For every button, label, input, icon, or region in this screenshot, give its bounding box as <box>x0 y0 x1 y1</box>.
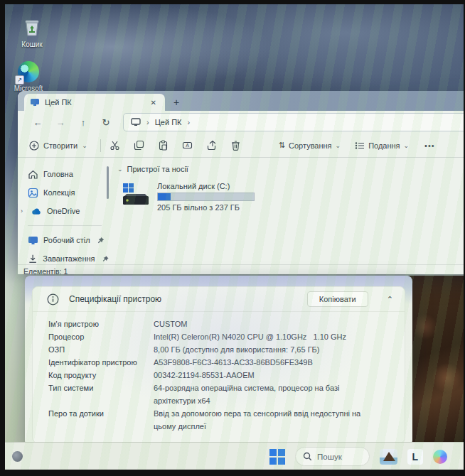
start-button[interactable] <box>269 449 285 465</box>
app-l-icon[interactable]: L <box>407 449 423 465</box>
this-pc-icon <box>30 98 40 107</box>
onedrive-cloud-icon <box>31 206 42 217</box>
delete-button[interactable] <box>230 140 255 151</box>
search-label: Пошук <box>317 453 342 461</box>
spec-label: Тип системи <box>48 382 154 407</box>
copilot-icon[interactable] <box>433 450 447 464</box>
forward-button[interactable]: → <box>49 117 72 128</box>
sort-label: Сортування <box>289 141 332 150</box>
laptop-screen: Кошик ↗ Microsoft Edge Цей ПК ✕ + ← → ↑ … <box>5 4 464 470</box>
svg-text:A: A <box>186 143 189 148</box>
sidebar-item-gallery[interactable]: Колекція <box>18 183 109 202</box>
spec-value: 8,00 ГБ (доступно для використання: 7,65… <box>154 343 368 356</box>
items-count: Елементів: 1 <box>23 267 68 276</box>
new-button-label: Створити <box>43 141 78 150</box>
section-devices-and-drives[interactable]: ⌄ Пристрої та носії <box>117 165 464 173</box>
view-label: Подання <box>368 141 400 150</box>
widgets-weather-icon[interactable] <box>380 449 397 465</box>
drive-item-c[interactable]: Локальний диск (C:) 205 ГБ вільно з 237 … <box>122 182 464 212</box>
spec-row-pen-touch: Перо та дотики Ввід за допомогою пера та… <box>48 407 393 433</box>
spec-label: Ім'я пристрою <box>48 318 154 330</box>
recycle-bin-label: Кошик <box>12 40 52 49</box>
sidebar-item-label: Робочий стіл <box>43 236 90 244</box>
plus-circle-icon <box>29 141 39 151</box>
section-chevron-icon[interactable]: ⌄ <box>117 166 123 173</box>
section-title: Пристрої та носії <box>127 165 188 173</box>
gallery-icon <box>28 188 38 198</box>
spec-row-device-name: Ім'я пристрою CUSTOM <box>48 318 393 330</box>
tab-close-icon[interactable]: ✕ <box>148 99 159 107</box>
explorer-navbar: ← → ↑ ↻ › Цей ПК › <box>18 111 464 134</box>
taskbar-search[interactable]: Пошук <box>295 447 370 466</box>
device-specs-header[interactable]: Специфікації пристрою Копіювати ⌃ <box>33 287 405 311</box>
sidebar-divider <box>28 225 102 226</box>
refresh-button[interactable]: ↻ <box>95 117 117 128</box>
explorer-body: Головна Колекція › OneDrive <box>18 158 464 264</box>
tab-title: Цей ПК <box>45 98 143 107</box>
settings-window: Специфікації пристрою Копіювати ⌃ Ім'я п… <box>25 276 412 446</box>
up-button[interactable]: ↑ <box>72 117 95 128</box>
cut-button[interactable] <box>109 140 134 151</box>
download-icon <box>28 254 38 264</box>
pin-icon <box>102 255 109 263</box>
device-specs-card: Специфікації пристрою Копіювати ⌃ Ім'я п… <box>32 286 405 443</box>
drive-usage-fill <box>158 193 171 200</box>
breadcrumb-this-pc[interactable]: Цей ПК <box>155 118 182 126</box>
view-button[interactable]: Подання ⌄ <box>349 141 415 150</box>
sidebar-item-home[interactable]: Головна <box>18 165 109 183</box>
rename-icon: A <box>182 140 193 151</box>
toolbar-divider <box>100 139 101 152</box>
edge-icon: ↗ <box>18 61 39 82</box>
copy-button[interactable] <box>134 140 158 151</box>
paste-button[interactable] <box>158 140 182 151</box>
tab-this-pc[interactable]: Цей ПК ✕ <box>24 94 165 111</box>
photo-frame: Кошик ↗ Microsoft Edge Цей ПК ✕ + ← → ↑ … <box>0 0 465 476</box>
sidebar-item-downloads[interactable]: Завантаження <box>18 249 109 268</box>
breadcrumb-separator: › <box>146 118 149 126</box>
home-icon <box>28 169 38 180</box>
explorer-tab-strip: Цей ПК ✕ + <box>18 91 464 111</box>
sidebar-item-desktop[interactable]: Робочий стіл <box>18 231 109 249</box>
drive-name: Локальний диск (C:) <box>157 182 255 190</box>
hard-drive-icon <box>122 182 150 207</box>
sort-button[interactable]: ⇅ Сортування ⌄ <box>273 141 346 150</box>
share-button[interactable] <box>206 140 230 151</box>
spec-row-processor: Процесор Intel(R) Celeron(R) N4020 CPU @… <box>48 330 393 343</box>
spec-row-system-type: Тип системи 64-розрядна операційна систе… <box>48 382 393 407</box>
spec-label: Процесор <box>48 330 154 343</box>
recycle-bin-icon <box>21 17 43 38</box>
pin-icon <box>97 237 105 244</box>
recycle-bin-shortcut[interactable]: Кошик <box>12 17 52 49</box>
spec-value: Intel(R) Celeron(R) N4020 CPU @ 1.10GHz … <box>154 330 368 343</box>
sidebar-item-label: Завантаження <box>43 254 95 263</box>
sort-icon: ⇅ <box>279 141 285 150</box>
new-button[interactable]: Створити ⌄ <box>25 141 92 151</box>
sidebar-scrollbar[interactable] <box>107 166 109 199</box>
taskbar-left-widget-icon[interactable] <box>12 451 23 462</box>
share-icon <box>206 140 217 151</box>
taskbar: Пошук L <box>5 442 464 470</box>
spec-rows: Ім'я пристрою CUSTOM Процесор Intel(R) C… <box>33 312 405 433</box>
shortcut-arrow-icon: ↗ <box>15 75 24 85</box>
more-options-button[interactable]: ••• <box>424 141 435 150</box>
sidebar-item-label: OneDrive <box>47 207 80 215</box>
sidebar-item-onedrive[interactable]: › OneDrive <box>18 202 109 220</box>
view-icon <box>355 141 365 150</box>
copy-button[interactable]: Копіювати <box>307 291 368 307</box>
new-tab-button[interactable]: + <box>173 97 179 108</box>
address-bar[interactable]: › Цей ПК › <box>123 113 464 131</box>
collapse-chevron-icon[interactable]: ⌃ <box>387 295 393 304</box>
wallpaper-rocks <box>408 276 464 446</box>
back-button[interactable]: ← <box>26 117 49 128</box>
drive-details: Локальний диск (C:) 205 ГБ вільно з 237 … <box>157 182 255 212</box>
drive-free-space: 205 ГБ вільно з 237 ГБ <box>157 203 255 212</box>
clipboard-icon <box>158 140 169 151</box>
scissors-icon <box>109 140 120 151</box>
expand-chevron-icon[interactable]: › <box>21 207 26 215</box>
rename-button[interactable]: A <box>182 140 206 151</box>
spec-value: A53F9808-F6C3-4613-AC33-86BD56FE349B <box>154 356 368 369</box>
spec-value: 00342-21194-85531-AAOEM <box>154 369 368 382</box>
this-pc-icon <box>131 118 141 126</box>
search-icon <box>303 452 312 461</box>
device-specs-title: Специфікації пристрою <box>69 294 297 304</box>
